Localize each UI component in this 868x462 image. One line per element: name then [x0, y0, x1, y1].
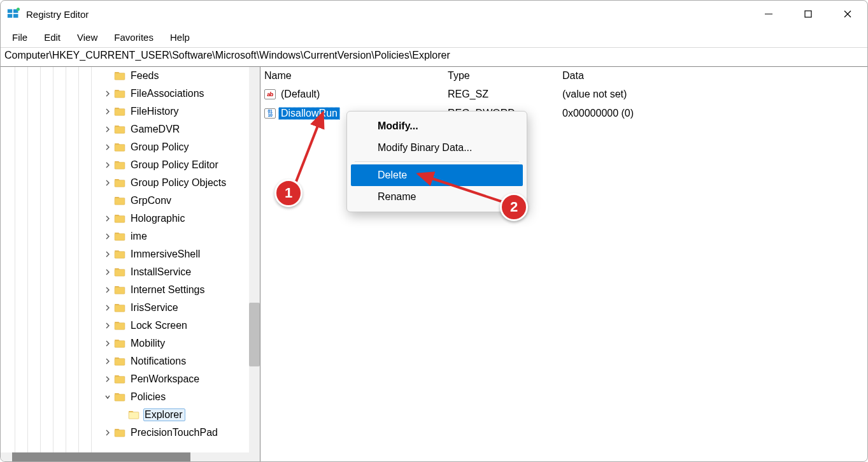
- menu-help[interactable]: Help: [162, 30, 197, 45]
- tree-expander-icon[interactable]: [103, 287, 113, 293]
- tree-item[interactable]: PenWorkspace: [1, 370, 260, 388]
- tree-expander-icon[interactable]: [103, 358, 113, 365]
- tree-expander-icon[interactable]: [103, 305, 113, 311]
- menu-edit[interactable]: Edit: [36, 30, 68, 45]
- context-separator: [355, 161, 519, 162]
- svg-rect-23: [115, 323, 125, 330]
- tree-item[interactable]: InstallService: [1, 263, 260, 281]
- tree-expander-icon[interactable]: [103, 376, 113, 382]
- tree-item[interactable]: Lock Screen: [1, 317, 260, 335]
- tree-expander-icon[interactable]: [103, 251, 113, 257]
- value-list-header[interactable]: Name Type Data: [260, 67, 867, 85]
- maximize-button[interactable]: [788, 1, 828, 27]
- context-rename[interactable]: Rename: [351, 186, 523, 208]
- tree-expander-icon[interactable]: [103, 108, 113, 115]
- svg-rect-29: [115, 430, 125, 437]
- tree-item-label: GrpConv: [129, 194, 174, 207]
- svg-rect-9: [115, 73, 125, 80]
- tree-item-label: Holographic: [129, 212, 187, 225]
- svg-rect-16: [115, 198, 125, 205]
- svg-rect-18: [115, 234, 125, 241]
- svg-rect-21: [115, 287, 125, 294]
- folder-icon: [114, 196, 125, 205]
- minimize-button[interactable]: [749, 1, 788, 27]
- tree-hscroll-thumb[interactable]: [12, 452, 190, 461]
- tree-horizontal-scrollbar[interactable]: [1, 452, 249, 461]
- value-data: (value not set): [562, 89, 867, 100]
- svg-rect-6: [805, 11, 811, 17]
- value-name: (Default): [278, 89, 322, 100]
- tree-item[interactable]: Group Policy Editor: [1, 156, 260, 174]
- tree-expander-icon[interactable]: [103, 144, 113, 150]
- tree-item-label: PrecisionTouchPad: [129, 426, 220, 439]
- tree-expander-icon[interactable]: [103, 394, 113, 400]
- tree-item[interactable]: PrecisionTouchPad: [1, 424, 260, 442]
- value-context-menu: Modify... Modify Binary Data... Delete R…: [346, 111, 527, 212]
- svg-rect-22: [115, 305, 125, 312]
- folder-icon: [114, 428, 125, 437]
- string-value-icon: ab: [264, 89, 276, 99]
- tree-item[interactable]: IrisService: [1, 299, 260, 317]
- tree-item[interactable]: FileAssociations: [1, 85, 260, 103]
- folder-icon: [114, 89, 125, 98]
- tree-expander-icon[interactable]: [103, 126, 113, 133]
- tree-item[interactable]: Internet Settings: [1, 281, 260, 299]
- folder-icon: [114, 107, 125, 116]
- tree-item-label: ime: [129, 230, 150, 243]
- tree-item[interactable]: GameDVR: [1, 120, 260, 138]
- tree-item[interactable]: Explorer: [1, 406, 260, 424]
- value-row[interactable]: ab (Default) REG_SZ (value not set): [260, 85, 867, 104]
- client-area: Feeds FileAssociations FileHistory GameD…: [1, 67, 867, 461]
- tree-item[interactable]: Policies: [1, 388, 260, 406]
- tree-expander-icon[interactable]: [103, 340, 113, 347]
- svg-rect-13: [115, 145, 125, 152]
- tree-item[interactable]: Holographic: [1, 210, 260, 227]
- svg-rect-14: [115, 162, 125, 170]
- column-header-data[interactable]: Data: [562, 70, 867, 82]
- tree-vscroll-thumb[interactable]: [249, 303, 260, 366]
- folder-icon: [114, 303, 125, 312]
- tree-expander-icon[interactable]: [103, 430, 113, 436]
- tree-item[interactable]: Notifications: [1, 352, 260, 370]
- svg-rect-12: [115, 127, 125, 134]
- svg-rect-20: [115, 270, 125, 277]
- menu-file[interactable]: File: [4, 30, 35, 45]
- svg-rect-24: [115, 341, 125, 348]
- folder-icon: [114, 375, 125, 384]
- tree-item-label: Explorer: [143, 408, 185, 421]
- tree-item[interactable]: ime: [1, 227, 260, 245]
- tree-expander-icon[interactable]: [103, 180, 113, 186]
- tree-expander-icon[interactable]: [103, 90, 113, 97]
- tree-expander-icon[interactable]: [103, 269, 113, 275]
- tree-item[interactable]: ImmersiveShell: [1, 245, 260, 263]
- svg-rect-28: [129, 412, 139, 419]
- context-modify[interactable]: Modify...: [351, 115, 523, 137]
- column-header-name[interactable]: Name: [264, 70, 448, 82]
- tree-vertical-scrollbar[interactable]: [249, 67, 260, 461]
- svg-rect-0: [8, 10, 12, 13]
- tree-item-label: Mobility: [129, 337, 167, 350]
- tree-item[interactable]: FileHistory: [1, 103, 260, 120]
- value-type: REG_SZ: [448, 89, 562, 100]
- tree-item[interactable]: Group Policy: [1, 138, 260, 156]
- close-button[interactable]: [828, 1, 867, 27]
- tree-item-label: Policies: [129, 391, 168, 403]
- menu-view[interactable]: View: [69, 30, 105, 45]
- app-icon: [7, 8, 20, 20]
- tree-item[interactable]: Feeds: [1, 67, 260, 85]
- address-bar[interactable]: Computer\HKEY_CURRENT_USER\Software\Micr…: [1, 48, 867, 67]
- tree-item[interactable]: Mobility: [1, 335, 260, 352]
- column-header-type[interactable]: Type: [448, 70, 562, 82]
- context-delete[interactable]: Delete: [351, 164, 523, 186]
- tree-expander-icon[interactable]: [103, 215, 113, 222]
- titlebar[interactable]: Registry Editor: [1, 1, 867, 27]
- menu-favorites[interactable]: Favorites: [106, 30, 161, 45]
- tree-item[interactable]: GrpConv: [1, 192, 260, 210]
- tree-expander-icon[interactable]: [103, 233, 113, 240]
- tree-expander-icon[interactable]: [103, 322, 113, 329]
- tree-expander-icon[interactable]: [103, 162, 113, 168]
- tree-item-label: Notifications: [129, 355, 189, 368]
- tree-item[interactable]: Group Policy Objects: [1, 174, 260, 192]
- context-modify-binary[interactable]: Modify Binary Data...: [351, 137, 523, 159]
- key-tree[interactable]: Feeds FileAssociations FileHistory GameD…: [1, 67, 260, 442]
